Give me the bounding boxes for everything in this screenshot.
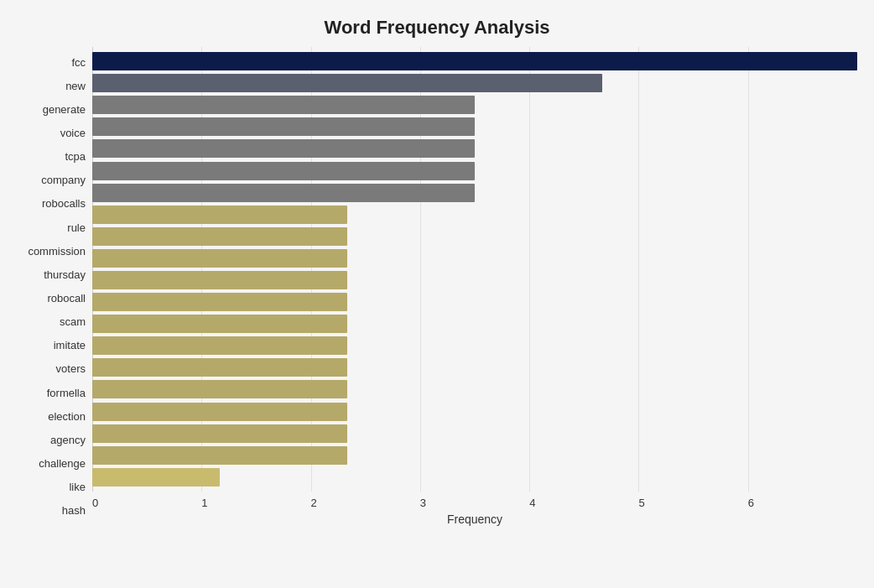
- bar-row: [92, 378, 857, 400]
- bar-row: [92, 94, 857, 116]
- x-tick: 0: [92, 497, 201, 509]
- chart-container: Word Frequency Analysis fccnewgeneratevo…: [0, 0, 874, 588]
- y-label: robocalls: [42, 192, 86, 216]
- bar-row: [92, 204, 857, 226]
- y-label: like: [69, 476, 86, 499]
- bar-row: [92, 182, 857, 204]
- bar-row: [92, 445, 857, 466]
- y-label: election: [48, 404, 86, 428]
- bar-row: [92, 247, 857, 269]
- bar-row: [92, 335, 857, 356]
- bar-fcc: [92, 52, 857, 70]
- bar-row: [92, 401, 857, 423]
- x-tick: 2: [311, 497, 420, 509]
- bar-robocalls: [92, 184, 475, 202]
- y-label: formella: [47, 381, 86, 404]
- bars-wrapper: [92, 47, 857, 492]
- bar-tcpa: [92, 139, 475, 158]
- y-label: hash: [62, 499, 86, 523]
- bar-row: [92, 50, 857, 72]
- y-label: thursday: [44, 263, 86, 286]
- bar-commission: [92, 227, 347, 246]
- bar-scam: [92, 293, 347, 311]
- bar-new: [92, 74, 602, 92]
- x-axis-label: Frequency: [92, 513, 857, 526]
- bar-row: [92, 159, 857, 181]
- bar-thursday: [92, 249, 347, 268]
- y-label: company: [41, 169, 86, 192]
- bar-row: [92, 116, 857, 138]
- bar-imitate: [92, 315, 347, 333]
- y-label: generate: [43, 97, 86, 121]
- y-label: robocall: [47, 286, 86, 310]
- y-label: scam: [60, 310, 86, 334]
- x-tick: 5: [638, 497, 747, 509]
- bar-hash: [92, 468, 220, 487]
- bar-row: [92, 138, 857, 159]
- bar-row: [92, 269, 857, 291]
- x-tick: 6: [748, 497, 857, 509]
- chart-title: Word Frequency Analysis: [17, 17, 857, 39]
- y-label: imitate: [54, 334, 86, 357]
- bar-row: [92, 466, 857, 488]
- x-tick: 3: [420, 497, 529, 509]
- bar-voice: [92, 117, 475, 136]
- bar-row: [92, 291, 857, 313]
- y-label: commission: [28, 239, 86, 263]
- bar-row: [92, 72, 857, 94]
- bar-agency: [92, 403, 347, 421]
- y-label: agency: [50, 428, 86, 451]
- y-label: voters: [56, 357, 86, 381]
- y-label: fcc: [71, 50, 86, 74]
- bar-row: [92, 356, 857, 378]
- y-label: rule: [67, 216, 86, 239]
- bar-rule: [92, 206, 347, 224]
- bar-formella: [92, 358, 347, 377]
- y-axis: fccnewgeneratevoicetcpacompanyrobocallsr…: [17, 47, 92, 526]
- bar-company: [92, 162, 475, 180]
- x-tick: 1: [201, 497, 310, 509]
- chart-plot-area: [92, 47, 857, 492]
- x-tick: 4: [529, 497, 638, 509]
- bar-generate: [92, 96, 475, 114]
- y-label: challenge: [39, 451, 86, 475]
- bar-robocall: [92, 271, 347, 289]
- y-label: new: [65, 74, 86, 97]
- bar-row: [92, 226, 857, 247]
- bar-voters: [92, 336, 347, 355]
- bar-row: [92, 313, 857, 335]
- bar-row: [92, 423, 857, 445]
- y-label: tcpa: [65, 145, 86, 169]
- x-axis-ticks: 0123456: [92, 492, 857, 509]
- bar-election: [92, 380, 347, 398]
- bar-like: [92, 446, 347, 465]
- bar-challenge: [92, 424, 347, 443]
- y-label: voice: [60, 121, 86, 144]
